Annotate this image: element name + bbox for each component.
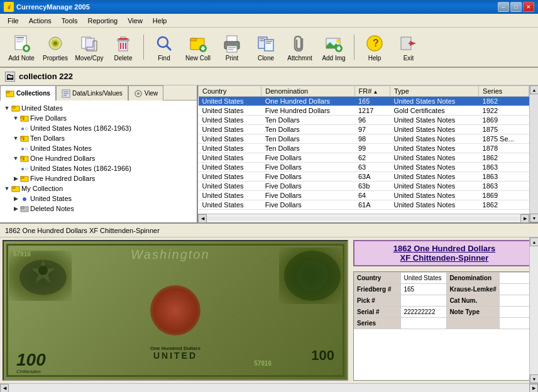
vscroll-track[interactable] <box>530 94 538 214</box>
tree-item-my-collection[interactable]: ▼ My Collection <box>0 183 197 193</box>
tab-view[interactable]: View <box>128 85 164 101</box>
col-fr[interactable]: FR# <box>354 86 390 97</box>
clone-button[interactable]: Clone <box>250 30 282 64</box>
scroll-up-btn[interactable]: ▲ <box>530 85 538 94</box>
tree-label-hundred[interactable]: One Hundred Dollars <box>30 155 95 162</box>
collection-icon: 🗂 <box>5 72 15 82</box>
tree-item-united-states-1[interactable]: ▼ United States <box>0 103 197 113</box>
exit-button[interactable]: Exit <box>392 30 425 64</box>
properties-button[interactable]: Proprties <box>39 30 72 64</box>
table-row[interactable]: United StatesFive Hundred Dollars1217Gol… <box>199 106 529 116</box>
table-row[interactable]: United StatesTen Dollars97United States … <box>199 125 529 134</box>
tree-item-usn-1862[interactable]: ●○ United States Notes (1862-1963) <box>0 123 197 133</box>
bottom-scroll-track[interactable] <box>9 384 529 392</box>
tree-label-us1[interactable]: United States <box>21 104 63 112</box>
bottom-scroll-right[interactable]: ▶ <box>529 384 538 392</box>
cell-series-6: 1862 <box>479 153 529 163</box>
help-button[interactable]: ? Help <box>358 30 391 64</box>
tree-label-usn1[interactable]: United States Notes (1862-1963) <box>30 124 131 132</box>
svg-rect-36 <box>260 38 265 40</box>
tree-item-usn-ten[interactable]: ●○ United States Notes <box>0 143 197 153</box>
col-country[interactable]: Country <box>199 86 261 97</box>
table-vscrollbar[interactable]: ▲ ▼ <box>529 85 538 222</box>
delete-button[interactable]: Delete <box>107 30 140 64</box>
new-collection-button[interactable]: New Coll <box>182 30 214 64</box>
expand-five-dollars[interactable]: ▼ <box>11 114 20 122</box>
menu-actions[interactable]: Actions <box>24 16 57 26</box>
expand-us-my[interactable]: ▶ <box>11 194 20 203</box>
tab-data-links[interactable]: Data/Links/Values <box>56 85 128 101</box>
add-image-button[interactable]: Add Img <box>317 30 350 64</box>
attachment-button[interactable]: Attchmnt <box>283 30 316 64</box>
detail-scroll-track[interactable] <box>530 246 538 374</box>
tree-item-hundred-dollars[interactable]: ▼ ✦ One Hundred Dollars <box>0 153 197 163</box>
col-denomination[interactable]: Denomination <box>261 86 354 97</box>
table-row[interactable]: United StatesFive Dollars63AUnited State… <box>199 172 529 182</box>
cell-country-2: United States <box>199 116 261 125</box>
folder-icon-my <box>11 184 20 193</box>
svg-rect-38 <box>266 41 272 42</box>
expand-ten-dollars[interactable]: ▼ <box>11 134 20 143</box>
table-row[interactable]: United StatesFive Dollars63bUnited State… <box>199 182 529 191</box>
find-button[interactable]: Find <box>148 30 180 64</box>
move-copy-button[interactable]: Move/Cpy <box>73 30 106 64</box>
minimize-button[interactable]: – <box>498 2 509 12</box>
close-button[interactable]: ✕ <box>523 2 534 12</box>
tree-item-usn-hundred[interactable]: ●○ United States Notes (1862-1966) <box>0 163 197 173</box>
table-row[interactable]: United StatesFive Dollars62United States… <box>199 153 529 163</box>
table-row[interactable]: United StatesFive Dollars61AUnited State… <box>199 200 529 210</box>
table-row[interactable]: United StatesOne Hundred Dollars165Unite… <box>199 97 529 106</box>
scroll-right-btn[interactable]: ▶ <box>520 214 529 223</box>
menu-view[interactable]: View <box>123 16 148 26</box>
cell-fr-5: 99 <box>354 144 390 153</box>
tree-item-deleted[interactable]: ▶ Deleted Notes <box>0 204 197 214</box>
tree-label-my[interactable]: My Collection <box>21 185 63 192</box>
maximize-button[interactable]: □ <box>510 2 522 12</box>
table-container[interactable]: Country Denomination FR# Type Series Uni… <box>198 85 529 214</box>
detail-scroll-down[interactable]: ▼ <box>530 374 538 383</box>
col-type[interactable]: Type <box>390 86 478 97</box>
detail-scroll-up[interactable]: ▲ <box>530 237 538 246</box>
tree-label-five[interactable]: Five Dollars <box>30 114 67 122</box>
expand-deleted[interactable]: ▶ <box>11 204 20 213</box>
scroll-down-btn[interactable]: ▼ <box>530 214 538 222</box>
tree-label-usn-ten[interactable]: United States Notes <box>30 144 92 152</box>
scroll-track-h[interactable] <box>207 217 520 220</box>
table-row[interactable]: United StatesTen Dollars96United States … <box>199 116 529 125</box>
menu-tools[interactable]: Tools <box>57 16 83 26</box>
print-button[interactable]: Print <box>216 30 248 64</box>
add-note-button[interactable]: Add Note <box>5 30 38 64</box>
tree-label-deleted[interactable]: Deleted Notes <box>30 205 74 212</box>
table-hscrollbar[interactable]: ◀ ▶ <box>198 214 529 222</box>
table-row[interactable]: United StatesFive Dollars63United States… <box>199 163 529 172</box>
table-row[interactable]: United StatesTen Dollars98United States … <box>199 134 529 144</box>
tab-collections[interactable]: Collections <box>0 85 56 101</box>
menu-reporting[interactable]: Reporting <box>83 16 123 26</box>
detail-vscrollbar[interactable]: ▲ ▼ <box>529 237 538 383</box>
tree-label-ten[interactable]: Ten Dollars <box>30 134 65 142</box>
expand-my-collection[interactable]: ▼ <box>3 184 11 193</box>
expand-hundred-dollars[interactable]: ▼ <box>11 154 20 163</box>
tree-item-us-my[interactable]: ▶ ● United States <box>0 193 197 204</box>
label-series: Series <box>354 318 401 329</box>
tree-item-five-dollars[interactable]: ▼ ✦ Five Dollars <box>0 113 197 123</box>
table-row[interactable]: United StatesTen Dollars99United States … <box>199 144 529 153</box>
table-row[interactable]: United StatesFive Dollars64United States… <box>199 191 529 200</box>
data-table: Country Denomination FR# Type Series Uni… <box>198 85 529 210</box>
note-vignette-center <box>150 285 200 335</box>
expand-five-hundred[interactable]: ▶ <box>11 174 20 183</box>
note-100-left: 100 <box>16 350 46 370</box>
tree-item-five-hundred[interactable]: ▶ Five Hundred Dollars <box>0 173 197 183</box>
menu-help[interactable]: Help <box>148 16 172 26</box>
scroll-left-btn[interactable]: ◀ <box>198 214 207 223</box>
menu-file[interactable]: File <box>3 16 24 26</box>
col-series[interactable]: Series <box>479 86 529 97</box>
bottom-scroll-left[interactable]: ◀ <box>0 384 9 392</box>
app-title: CurrencyManage 2005 <box>16 3 90 11</box>
tree-label-us-my[interactable]: United States <box>30 195 72 202</box>
tree-label-usn-hundred[interactable]: United States Notes (1862-1966) <box>30 165 131 172</box>
bottom-hscrollbar[interactable]: ◀ ▶ <box>0 383 538 392</box>
tree-item-ten-dollars[interactable]: ▼ ✦ Ten Dollars <box>0 133 197 143</box>
tree-label-five-hundred[interactable]: Five Hundred Dollars <box>30 175 95 182</box>
expand-united-states-1[interactable]: ▼ <box>3 104 11 112</box>
